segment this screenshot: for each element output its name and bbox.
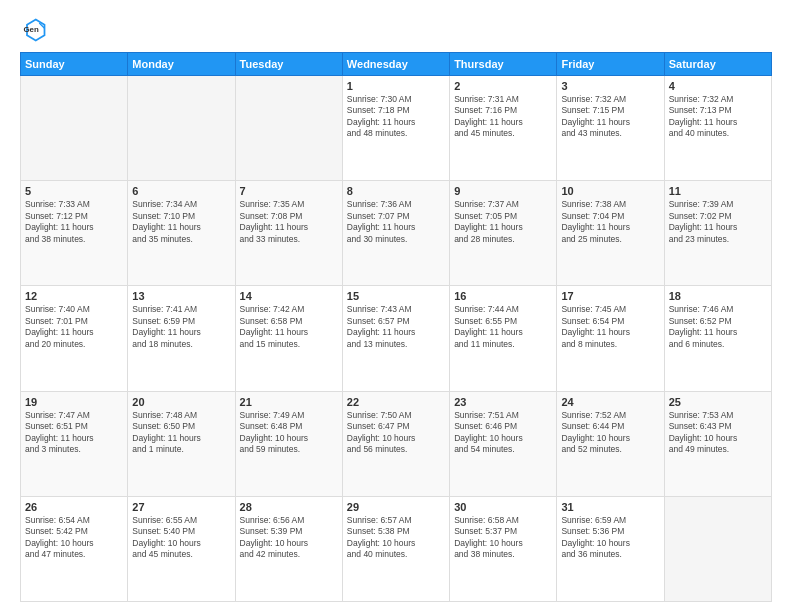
day-number: 8 xyxy=(347,185,445,197)
day-info: Sunrise: 7:49 AM Sunset: 6:48 PM Dayligh… xyxy=(240,410,338,456)
day-number: 16 xyxy=(454,290,552,302)
day-number: 31 xyxy=(561,501,659,513)
day-info: Sunrise: 6:56 AM Sunset: 5:39 PM Dayligh… xyxy=(240,515,338,561)
calendar-table: SundayMondayTuesdayWednesdayThursdayFrid… xyxy=(20,52,772,602)
calendar-cell: 21Sunrise: 7:49 AM Sunset: 6:48 PM Dayli… xyxy=(235,391,342,496)
calendar-cell: 30Sunrise: 6:58 AM Sunset: 5:37 PM Dayli… xyxy=(450,496,557,601)
calendar-cell: 9Sunrise: 7:37 AM Sunset: 7:05 PM Daylig… xyxy=(450,181,557,286)
day-info: Sunrise: 7:48 AM Sunset: 6:50 PM Dayligh… xyxy=(132,410,230,456)
page: Gen SundayMondayTuesdayWednesdayThursday… xyxy=(0,0,792,612)
svg-text:Gen: Gen xyxy=(24,25,39,34)
calendar-cell: 31Sunrise: 6:59 AM Sunset: 5:36 PM Dayli… xyxy=(557,496,664,601)
day-number: 18 xyxy=(669,290,767,302)
day-number: 28 xyxy=(240,501,338,513)
calendar-header-row: SundayMondayTuesdayWednesdayThursdayFrid… xyxy=(21,53,772,76)
calendar-header-monday: Monday xyxy=(128,53,235,76)
day-info: Sunrise: 7:36 AM Sunset: 7:07 PM Dayligh… xyxy=(347,199,445,245)
day-info: Sunrise: 7:45 AM Sunset: 6:54 PM Dayligh… xyxy=(561,304,659,350)
day-info: Sunrise: 7:50 AM Sunset: 6:47 PM Dayligh… xyxy=(347,410,445,456)
day-number: 29 xyxy=(347,501,445,513)
calendar-cell: 14Sunrise: 7:42 AM Sunset: 6:58 PM Dayli… xyxy=(235,286,342,391)
logo-icon: Gen xyxy=(20,16,48,44)
day-info: Sunrise: 6:55 AM Sunset: 5:40 PM Dayligh… xyxy=(132,515,230,561)
day-number: 7 xyxy=(240,185,338,197)
calendar-week-1: 5Sunrise: 7:33 AM Sunset: 7:12 PM Daylig… xyxy=(21,181,772,286)
day-number: 30 xyxy=(454,501,552,513)
day-info: Sunrise: 6:59 AM Sunset: 5:36 PM Dayligh… xyxy=(561,515,659,561)
day-info: Sunrise: 6:57 AM Sunset: 5:38 PM Dayligh… xyxy=(347,515,445,561)
calendar-cell: 24Sunrise: 7:52 AM Sunset: 6:44 PM Dayli… xyxy=(557,391,664,496)
day-number: 12 xyxy=(25,290,123,302)
day-info: Sunrise: 7:53 AM Sunset: 6:43 PM Dayligh… xyxy=(669,410,767,456)
day-info: Sunrise: 7:43 AM Sunset: 6:57 PM Dayligh… xyxy=(347,304,445,350)
day-number: 19 xyxy=(25,396,123,408)
calendar-cell: 27Sunrise: 6:55 AM Sunset: 5:40 PM Dayli… xyxy=(128,496,235,601)
logo: Gen xyxy=(20,16,52,44)
calendar-cell: 18Sunrise: 7:46 AM Sunset: 6:52 PM Dayli… xyxy=(664,286,771,391)
day-number: 21 xyxy=(240,396,338,408)
calendar-cell: 8Sunrise: 7:36 AM Sunset: 7:07 PM Daylig… xyxy=(342,181,449,286)
day-info: Sunrise: 7:38 AM Sunset: 7:04 PM Dayligh… xyxy=(561,199,659,245)
day-number: 2 xyxy=(454,80,552,92)
day-info: Sunrise: 7:33 AM Sunset: 7:12 PM Dayligh… xyxy=(25,199,123,245)
calendar-cell: 3Sunrise: 7:32 AM Sunset: 7:15 PM Daylig… xyxy=(557,76,664,181)
calendar-cell xyxy=(235,76,342,181)
day-number: 26 xyxy=(25,501,123,513)
calendar-cell: 23Sunrise: 7:51 AM Sunset: 6:46 PM Dayli… xyxy=(450,391,557,496)
calendar-cell xyxy=(21,76,128,181)
calendar-header-tuesday: Tuesday xyxy=(235,53,342,76)
day-number: 13 xyxy=(132,290,230,302)
calendar-cell: 17Sunrise: 7:45 AM Sunset: 6:54 PM Dayli… xyxy=(557,286,664,391)
calendar-cell: 16Sunrise: 7:44 AM Sunset: 6:55 PM Dayli… xyxy=(450,286,557,391)
day-number: 25 xyxy=(669,396,767,408)
day-info: Sunrise: 7:47 AM Sunset: 6:51 PM Dayligh… xyxy=(25,410,123,456)
day-info: Sunrise: 7:44 AM Sunset: 6:55 PM Dayligh… xyxy=(454,304,552,350)
day-info: Sunrise: 7:51 AM Sunset: 6:46 PM Dayligh… xyxy=(454,410,552,456)
calendar-week-3: 19Sunrise: 7:47 AM Sunset: 6:51 PM Dayli… xyxy=(21,391,772,496)
calendar-header-sunday: Sunday xyxy=(21,53,128,76)
day-number: 5 xyxy=(25,185,123,197)
calendar-cell: 22Sunrise: 7:50 AM Sunset: 6:47 PM Dayli… xyxy=(342,391,449,496)
day-info: Sunrise: 7:42 AM Sunset: 6:58 PM Dayligh… xyxy=(240,304,338,350)
calendar-cell: 6Sunrise: 7:34 AM Sunset: 7:10 PM Daylig… xyxy=(128,181,235,286)
day-number: 4 xyxy=(669,80,767,92)
calendar-body: 1Sunrise: 7:30 AM Sunset: 7:18 PM Daylig… xyxy=(21,76,772,602)
day-number: 10 xyxy=(561,185,659,197)
day-number: 6 xyxy=(132,185,230,197)
day-number: 14 xyxy=(240,290,338,302)
calendar-cell: 26Sunrise: 6:54 AM Sunset: 5:42 PM Dayli… xyxy=(21,496,128,601)
day-number: 27 xyxy=(132,501,230,513)
calendar-cell: 20Sunrise: 7:48 AM Sunset: 6:50 PM Dayli… xyxy=(128,391,235,496)
calendar-cell: 13Sunrise: 7:41 AM Sunset: 6:59 PM Dayli… xyxy=(128,286,235,391)
day-number: 17 xyxy=(561,290,659,302)
calendar-cell: 7Sunrise: 7:35 AM Sunset: 7:08 PM Daylig… xyxy=(235,181,342,286)
day-number: 1 xyxy=(347,80,445,92)
calendar-cell: 2Sunrise: 7:31 AM Sunset: 7:16 PM Daylig… xyxy=(450,76,557,181)
calendar-cell: 15Sunrise: 7:43 AM Sunset: 6:57 PM Dayli… xyxy=(342,286,449,391)
calendar-cell: 5Sunrise: 7:33 AM Sunset: 7:12 PM Daylig… xyxy=(21,181,128,286)
calendar-cell: 25Sunrise: 7:53 AM Sunset: 6:43 PM Dayli… xyxy=(664,391,771,496)
calendar-header-saturday: Saturday xyxy=(664,53,771,76)
calendar-cell xyxy=(664,496,771,601)
day-number: 3 xyxy=(561,80,659,92)
calendar-cell: 4Sunrise: 7:32 AM Sunset: 7:13 PM Daylig… xyxy=(664,76,771,181)
day-info: Sunrise: 7:35 AM Sunset: 7:08 PM Dayligh… xyxy=(240,199,338,245)
day-info: Sunrise: 7:40 AM Sunset: 7:01 PM Dayligh… xyxy=(25,304,123,350)
calendar-cell: 28Sunrise: 6:56 AM Sunset: 5:39 PM Dayli… xyxy=(235,496,342,601)
day-info: Sunrise: 6:54 AM Sunset: 5:42 PM Dayligh… xyxy=(25,515,123,561)
day-number: 15 xyxy=(347,290,445,302)
day-info: Sunrise: 7:37 AM Sunset: 7:05 PM Dayligh… xyxy=(454,199,552,245)
calendar-week-4: 26Sunrise: 6:54 AM Sunset: 5:42 PM Dayli… xyxy=(21,496,772,601)
day-number: 24 xyxy=(561,396,659,408)
calendar-header-wednesday: Wednesday xyxy=(342,53,449,76)
day-info: Sunrise: 7:32 AM Sunset: 7:15 PM Dayligh… xyxy=(561,94,659,140)
day-number: 9 xyxy=(454,185,552,197)
day-info: Sunrise: 7:31 AM Sunset: 7:16 PM Dayligh… xyxy=(454,94,552,140)
calendar-cell: 1Sunrise: 7:30 AM Sunset: 7:18 PM Daylig… xyxy=(342,76,449,181)
day-info: Sunrise: 7:41 AM Sunset: 6:59 PM Dayligh… xyxy=(132,304,230,350)
day-info: Sunrise: 7:46 AM Sunset: 6:52 PM Dayligh… xyxy=(669,304,767,350)
day-info: Sunrise: 7:52 AM Sunset: 6:44 PM Dayligh… xyxy=(561,410,659,456)
calendar-header-thursday: Thursday xyxy=(450,53,557,76)
calendar-cell xyxy=(128,76,235,181)
calendar-cell: 11Sunrise: 7:39 AM Sunset: 7:02 PM Dayli… xyxy=(664,181,771,286)
